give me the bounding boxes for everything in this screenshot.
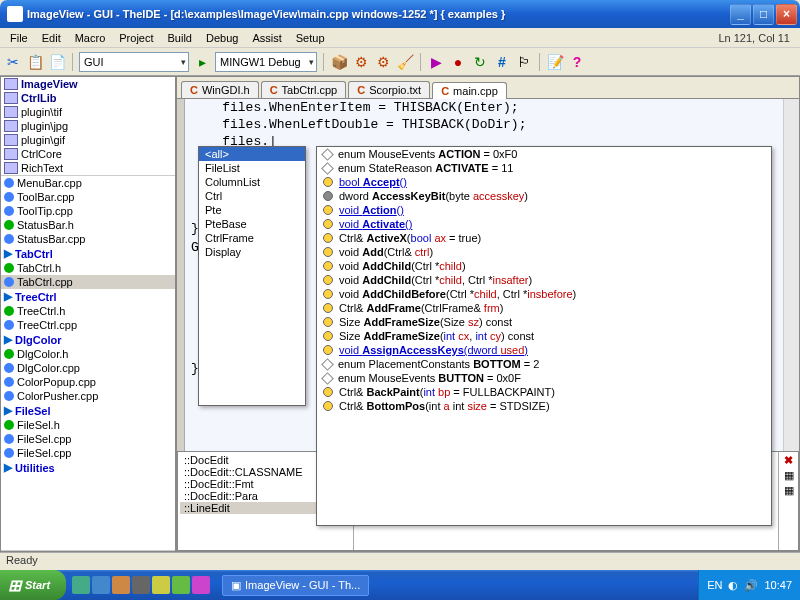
editor-tab[interactable]: CWinGDI.h <box>181 81 259 98</box>
file-item[interactable]: StatusBar.h <box>1 218 175 232</box>
autocomplete-item[interactable]: enum StateReason ACTIVATE = 11 <box>317 161 771 175</box>
editor-tab[interactable]: CTabCtrl.cpp <box>261 81 347 98</box>
autocomplete-item[interactable]: void AddChild(Ctrl *child, Ctrl *insafte… <box>317 273 771 287</box>
autocomplete-item[interactable]: void AddChildBefore(Ctrl *child, Ctrl *i… <box>317 287 771 301</box>
run-icon[interactable]: ▶ <box>427 53 445 71</box>
package-combo[interactable]: GUI <box>79 52 189 72</box>
paste-icon[interactable]: 📄 <box>48 53 66 71</box>
file-item[interactable]: FileSel.cpp <box>1 446 175 460</box>
file-item[interactable]: StatusBar.cpp <box>1 232 175 246</box>
copy-icon[interactable]: 📋 <box>26 53 44 71</box>
filter-item[interactable]: FileList <box>199 161 305 175</box>
autocomplete-item[interactable]: void Activate() <box>317 217 771 231</box>
autocomplete-item[interactable]: Ctrl& BottomPos(int a int size = STDSIZE… <box>317 399 771 413</box>
autocomplete-item[interactable]: Size AddFrameSize(Size sz) const <box>317 315 771 329</box>
autocomplete-popup[interactable]: enum MouseEvents ACTION = 0xF0enum State… <box>316 146 772 526</box>
file-item[interactable]: ▶FileSel <box>1 403 175 418</box>
class-filter-popup[interactable]: <all>FileListColumnListCtrlPtePteBaseCtr… <box>198 146 306 406</box>
panel-config-icon[interactable]: ▦ <box>784 469 794 482</box>
autocomplete-item[interactable]: enum PlacementConstants BOTTOM = 2 <box>317 357 771 371</box>
combo-arrow-icon[interactable]: ▸ <box>193 53 211 71</box>
note-icon[interactable]: 📝 <box>546 53 564 71</box>
filter-item[interactable]: Pte <box>199 203 305 217</box>
file-item[interactable]: DlgColor.cpp <box>1 361 175 375</box>
close-button[interactable]: × <box>776 4 797 25</box>
menu-macro[interactable]: Macro <box>69 30 112 46</box>
filter-item[interactable]: PteBase <box>199 217 305 231</box>
menu-assist[interactable]: Assist <box>246 30 287 46</box>
tray-icon-1[interactable]: ◐ <box>728 579 738 592</box>
autocomplete-item[interactable]: bool Accept() <box>317 175 771 189</box>
file-item[interactable]: TabCtrl.h <box>1 261 175 275</box>
ql-icon-4[interactable] <box>132 576 150 594</box>
hash-icon[interactable]: # <box>493 53 511 71</box>
file-item[interactable]: FileSel.cpp <box>1 432 175 446</box>
menu-project[interactable]: Project <box>113 30 159 46</box>
taskbar-task[interactable]: ▣ ImageView - GUI - Th... <box>222 575 369 596</box>
box-icon[interactable]: 📦 <box>330 53 348 71</box>
project-item[interactable]: ImageView <box>1 77 175 91</box>
editor-scrollbar[interactable] <box>783 99 799 451</box>
file-item[interactable]: TreeCtrl.h <box>1 304 175 318</box>
file-item[interactable]: DlgColor.h <box>1 347 175 361</box>
clean-icon[interactable]: 🧹 <box>396 53 414 71</box>
ql-icon-1[interactable] <box>72 576 90 594</box>
lang-indicator[interactable]: EN <box>707 579 722 591</box>
menu-file[interactable]: File <box>4 30 34 46</box>
autocomplete-item[interactable]: void AssignAccessKeys(dword used) <box>317 343 771 357</box>
file-item[interactable]: ToolBar.cpp <box>1 190 175 204</box>
file-item[interactable]: TreeCtrl.cpp <box>1 318 175 332</box>
project-item[interactable]: RichText <box>1 161 175 175</box>
refresh-icon[interactable]: ↻ <box>471 53 489 71</box>
editor-tab[interactable]: CScorpio.txt <box>348 81 430 98</box>
filter-item[interactable]: Display <box>199 245 305 259</box>
autocomplete-item[interactable]: Ctrl& AddFrame(CtrlFrame& frm) <box>317 301 771 315</box>
file-item[interactable]: MenuBar.cpp <box>1 176 175 190</box>
cut-icon[interactable]: ✂ <box>4 53 22 71</box>
project-item[interactable]: plugin\jpg <box>1 119 175 133</box>
project-item[interactable]: plugin\tif <box>1 105 175 119</box>
menu-setup[interactable]: Setup <box>290 30 331 46</box>
autocomplete-item[interactable]: dword AccessKeyBit(byte accesskey) <box>317 189 771 203</box>
autocomplete-item[interactable]: Ctrl& BackPaint(int bp = FULLBACKPAINT) <box>317 385 771 399</box>
menu-edit[interactable]: Edit <box>36 30 67 46</box>
file-item[interactable]: FileSel.h <box>1 418 175 432</box>
file-item[interactable]: ToolTip.cpp <box>1 204 175 218</box>
filter-item[interactable]: CtrlFrame <box>199 231 305 245</box>
autocomplete-item[interactable]: void Add(Ctrl& ctrl) <box>317 245 771 259</box>
stop-icon[interactable]: ● <box>449 53 467 71</box>
menu-build[interactable]: Build <box>162 30 198 46</box>
help-icon[interactable]: ? <box>568 53 586 71</box>
editor-tab[interactable]: Cmain.cpp <box>432 82 507 99</box>
autocomplete-item[interactable]: Ctrl& ActiveX(bool ax = true) <box>317 231 771 245</box>
build-icon[interactable]: ⚙ <box>352 53 370 71</box>
autocomplete-item[interactable]: enum MouseEvents BUTTON = 0x0F <box>317 371 771 385</box>
maximize-button[interactable]: □ <box>753 4 774 25</box>
filter-item[interactable]: ColumnList <box>199 175 305 189</box>
file-item[interactable]: ▶TabCtrl <box>1 246 175 261</box>
ql-icon-2[interactable] <box>92 576 110 594</box>
ql-icon-7[interactable] <box>192 576 210 594</box>
panel-close-icon[interactable]: ✖ <box>784 454 793 467</box>
panel-config2-icon[interactable]: ▦ <box>784 484 794 497</box>
file-item[interactable]: ColorPopup.cpp <box>1 375 175 389</box>
autocomplete-item[interactable]: void Action() <box>317 203 771 217</box>
file-item[interactable]: TabCtrl.cpp <box>1 275 175 289</box>
minimize-button[interactable]: _ <box>730 4 751 25</box>
clock[interactable]: 10:47 <box>764 579 792 591</box>
file-item[interactable]: ColorPusher.cpp <box>1 389 175 403</box>
file-item[interactable]: ▶TreeCtrl <box>1 289 175 304</box>
ql-icon-3[interactable] <box>112 576 130 594</box>
ql-icon-6[interactable] <box>172 576 190 594</box>
file-item[interactable]: ▶Utilities <box>1 460 175 475</box>
filter-item[interactable]: Ctrl <box>199 189 305 203</box>
menu-debug[interactable]: Debug <box>200 30 244 46</box>
file-list[interactable]: MenuBar.cppToolBar.cppToolTip.cppStatusB… <box>1 176 175 551</box>
project-item[interactable]: plugin\gif <box>1 133 175 147</box>
autocomplete-item[interactable]: Size AddFrameSize(int cx, int cy) const <box>317 329 771 343</box>
ql-icon-5[interactable] <box>152 576 170 594</box>
start-button[interactable]: ⊞ Start <box>0 570 66 600</box>
project-tree[interactable]: ImageViewCtrlLibplugin\tifplugin\jpgplug… <box>1 77 175 176</box>
autocomplete-item[interactable]: void AddChild(Ctrl *child) <box>317 259 771 273</box>
build-all-icon[interactable]: ⚙ <box>374 53 392 71</box>
